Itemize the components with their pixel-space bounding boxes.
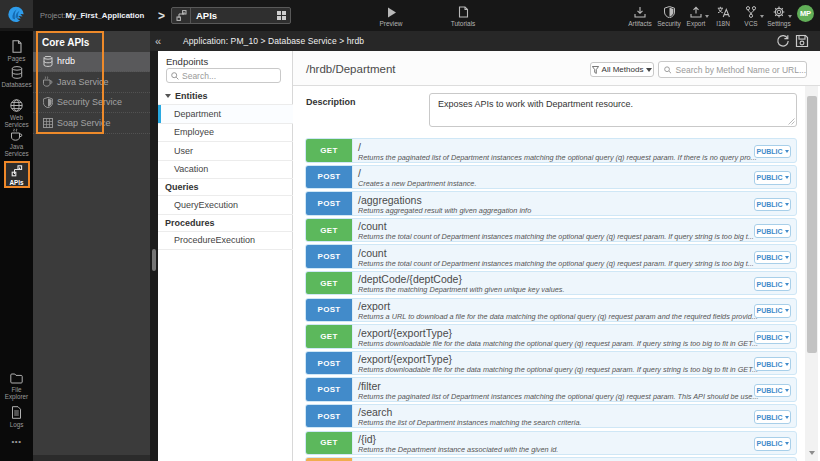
i18n-button[interactable]: I18N	[711, 0, 735, 31]
databases-icon	[11, 66, 23, 79]
tutorials-button[interactable]: Tutorials	[448, 0, 478, 31]
core-apis-item-soap-service[interactable]: Soap Service	[33, 113, 150, 134]
sidebar-item-apis[interactable]: APIs	[0, 165, 33, 186]
access-dropdown[interactable]: PUBLIC	[754, 437, 791, 451]
access-caret-icon	[785, 256, 789, 259]
core-apis-label-security-service: Security Service	[57, 97, 122, 107]
access-caret-icon	[785, 176, 789, 179]
api-row[interactable]: POST / Creates a new Department instance…	[305, 165, 797, 190]
sidebar-label-web-services: Web Services	[4, 114, 30, 128]
method-badge: POST	[306, 299, 353, 322]
endpoints-panel: Endpoints Search... Entities Department …	[158, 51, 293, 461]
section-queries[interactable]: Queries	[158, 179, 293, 196]
security-button[interactable]: Security	[655, 0, 683, 31]
core-apis-item-hrdb[interactable]: hrdb	[33, 52, 150, 73]
export-button[interactable]: Export	[683, 0, 709, 31]
core-apis-item-java-service[interactable]: Java Service	[33, 72, 150, 93]
access-dropdown[interactable]: PUBLIC	[754, 410, 791, 424]
resize-handle-icon[interactable]	[788, 118, 795, 125]
method-badge: POST	[306, 352, 353, 375]
scrollbar-thumb[interactable]	[807, 96, 817, 353]
soap-icon	[42, 117, 53, 128]
access-dropdown[interactable]: PUBLIC	[754, 198, 791, 212]
api-description: Returns the matching Department with giv…	[358, 285, 796, 294]
api-description: Returns the paginated list of Department…	[358, 153, 796, 162]
access-dropdown[interactable]: PUBLIC	[754, 171, 791, 185]
api-row[interactable]: PUT PUBLIC	[305, 457, 797, 461]
save-icon[interactable]	[795, 34, 809, 48]
access-dropdown[interactable]: PUBLIC	[754, 277, 791, 291]
api-description: Returns the Department instance associat…	[358, 445, 796, 454]
api-row[interactable]: GET /export/{exportType} Returns downloa…	[305, 324, 797, 349]
access-dropdown[interactable]: PUBLIC	[754, 251, 791, 265]
endpoint-item-queryexecution[interactable]: QueryExecution	[158, 196, 293, 215]
endpoints-list: Entities Department Employee User Vacati…	[158, 88, 293, 250]
sidebar-item-pages[interactable]: Pages	[0, 40, 33, 62]
access-dropdown[interactable]: PUBLIC	[754, 384, 791, 398]
section-procedures[interactable]: Procedures	[158, 215, 293, 232]
method-badge: GET	[306, 272, 353, 295]
apis-tab[interactable]: APIs	[171, 7, 291, 24]
core-apis-label-java-service: Java Service	[57, 77, 109, 87]
api-path: /export/{exportType}	[358, 328, 796, 339]
panel-splitter[interactable]	[150, 51, 158, 461]
endpoint-item-vacation[interactable]: Vacation	[158, 161, 293, 180]
api-row[interactable]: POST /aggregations Returns aggregated re…	[305, 191, 797, 216]
artifacts-button[interactable]: Artifacts	[626, 0, 654, 31]
sidebar-item-java-services[interactable]: Java Services	[0, 128, 33, 157]
api-description: Returns the total count of Department in…	[358, 232, 796, 241]
sidebar-item-databases[interactable]: Databases	[0, 66, 33, 88]
api-row[interactable]: GET /deptCode/{deptCode} Returns the mat…	[305, 271, 797, 296]
artifacts-label: Artifacts	[628, 20, 651, 27]
access-label: PUBLIC	[756, 414, 782, 421]
sidebar-item-web-services[interactable]: Web Services	[0, 99, 33, 128]
vertical-scrollbar[interactable]	[805, 86, 818, 461]
vcs-button[interactable]: VCS	[738, 0, 764, 31]
access-dropdown[interactable]: PUBLIC	[754, 357, 791, 371]
api-row[interactable]: GET / Returns the paginated list of Depa…	[305, 138, 797, 163]
settings-gear-icon	[773, 5, 785, 18]
method-search-input[interactable]: Search by Method Name or URL...	[658, 61, 807, 78]
web-services-icon	[10, 99, 23, 112]
section-entities[interactable]: Entities	[158, 88, 293, 105]
user-avatar[interactable]: MP	[797, 5, 814, 22]
api-row[interactable]: GET /count Returns the total count of De…	[305, 218, 797, 243]
settings-button[interactable]: Settings	[765, 0, 793, 31]
sidebar-item-file-explorer[interactable]: File Explorer	[0, 373, 33, 400]
workspace-grid-icon[interactable]	[273, 11, 290, 20]
scrollbar-down-arrow[interactable]	[805, 441, 818, 459]
endpoint-item-user[interactable]: User	[158, 142, 293, 161]
access-dropdown[interactable]: PUBLIC	[754, 224, 791, 238]
logo-button[interactable]	[0, 0, 33, 28]
endpoint-item-procedureexecution[interactable]: ProcedureExecution	[158, 232, 293, 251]
core-apis-item-security-service[interactable]: Security Service	[33, 93, 150, 114]
method-badge: GET	[306, 139, 353, 162]
access-dropdown[interactable]: PUBLIC	[754, 145, 791, 159]
sidebar-item-logs[interactable]: Logs	[0, 406, 33, 428]
api-description: Returns aggregated result with given agg…	[358, 206, 796, 215]
api-row[interactable]: POST /export Returns a URL to download a…	[305, 298, 797, 323]
refresh-icon[interactable]	[776, 34, 790, 48]
api-row[interactable]: POST /search Returns the list of Departm…	[305, 404, 797, 429]
api-row[interactable]: POST /filter Returns the paginated list …	[305, 377, 797, 402]
endpoints-search-input[interactable]: Search...	[166, 68, 281, 83]
access-dropdown[interactable]: PUBLIC	[754, 331, 791, 345]
preview-button[interactable]: Preview	[376, 0, 406, 31]
tutorials-label: Tutorials	[451, 20, 476, 27]
splitter-grip[interactable]	[152, 249, 156, 271]
api-path: /filter	[358, 381, 796, 392]
api-row[interactable]: POST /count Returns the total count of D…	[305, 244, 797, 269]
methods-filter-dropdown[interactable]: All Methods	[590, 62, 654, 77]
api-row[interactable]: POST /export/{exportType} Returns downlo…	[305, 351, 797, 376]
java-services-icon	[10, 128, 23, 141]
project-breadcrumb[interactable]: Project:My_First_Application	[40, 0, 144, 31]
access-caret-icon	[785, 389, 789, 392]
collapse-panel-icon[interactable]: «	[155, 31, 161, 51]
description-textarea[interactable]: Exposes APIs to work with Department res…	[429, 93, 797, 127]
access-dropdown[interactable]: PUBLIC	[754, 304, 791, 318]
sidebar-overflow-button[interactable]: •••	[0, 437, 33, 446]
api-row[interactable]: GET /{id} Returns the Department instanc…	[305, 431, 797, 456]
endpoint-item-employee[interactable]: Employee	[158, 124, 293, 143]
endpoints-search-placeholder: Search...	[182, 71, 216, 81]
endpoint-item-department[interactable]: Department	[158, 105, 293, 124]
